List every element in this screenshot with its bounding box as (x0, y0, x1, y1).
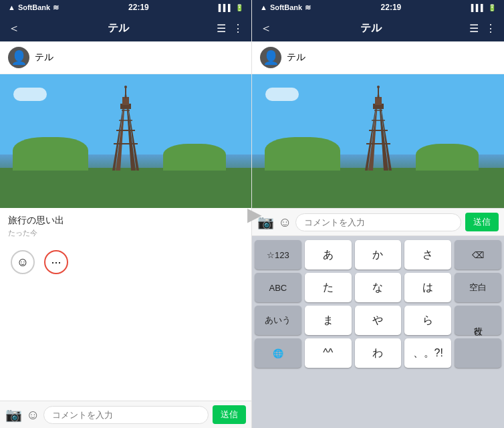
key-row-4: 🌐 ^^ わ 、。?! (255, 338, 501, 368)
key-ya[interactable]: や (355, 306, 402, 335)
trees-right-right (416, 144, 479, 171)
caption-area-left: 旅行の思い出 たった今 (0, 208, 251, 242)
more-icon-left[interactable]: ⋮ (233, 22, 243, 35)
time-left: 22:19 (128, 3, 149, 12)
trees-left (13, 137, 88, 171)
avatar-right (260, 47, 281, 68)
eiffel-tower-left (106, 84, 146, 171)
carrier-right: SoftBank (270, 3, 302, 11)
keyboard-area: ☆123 あ か さ ⌫ ABC た な は 空白 あいう ま や ら 改行 🌐… (252, 236, 504, 428)
menu-icon-left[interactable]: ☰ (217, 22, 226, 35)
key-row-3: あいう ま や ら 改行 (255, 306, 501, 335)
key-ka[interactable]: か (355, 240, 402, 270)
user-name-left: テル (35, 51, 53, 64)
signal-icon-right: ▲ (260, 3, 267, 11)
delete-key[interactable]: ⌫ (455, 240, 501, 270)
signal-bars-icon: ▌▌▌ (219, 4, 233, 11)
key-ta[interactable]: た (305, 273, 352, 302)
key-sa[interactable]: さ (404, 240, 451, 270)
time-right: 22:19 (381, 3, 402, 12)
space-key[interactable]: 空白 (455, 273, 501, 302)
grass-bg-right (252, 168, 504, 208)
comment-input-left[interactable] (43, 406, 209, 424)
trees-right (163, 144, 226, 171)
camera-icon-left[interactable]: 📷 (5, 407, 22, 423)
photo-area-right (252, 74, 504, 208)
key-abc[interactable]: ABC (255, 273, 301, 302)
battery-icon: 🔋 (235, 4, 243, 11)
key-row-1: ☆123 あ か さ ⌫ (255, 240, 501, 270)
svg-point-11 (124, 86, 127, 88)
key-empty[interactable] (455, 338, 501, 368)
send-button-left[interactable]: 送信 (213, 405, 246, 424)
nav-bar-left: ＜ テル ☰ ⋮ (0, 15, 251, 41)
carrier-left: SoftBank (18, 3, 50, 11)
key-na[interactable]: な (355, 273, 402, 302)
cloud-right (265, 88, 299, 101)
key-ha[interactable]: は (404, 273, 451, 302)
key-row-2: ABC た な は 空白 (255, 273, 501, 302)
emoji-input-icon-right[interactable]: ☺ (278, 215, 291, 230)
photo-area-left (0, 74, 251, 208)
arrow-divider: ▶ (247, 203, 262, 225)
emoji-input-icon-left[interactable]: ☺ (26, 407, 39, 423)
return-key[interactable]: 改行 (455, 306, 501, 335)
wifi-icon-right: ≋ (305, 3, 311, 12)
bubble-icon-left[interactable]: ··· (44, 250, 68, 274)
caption-time-left: たった今 (8, 228, 243, 238)
avatar-left (8, 47, 29, 68)
right-phone-panel: ▲ SoftBank ≋ 22:19 ▌▌▌ 🔋 ＜ テル ☰ ⋮ テル (252, 0, 504, 428)
status-bar-left-info: ▲ SoftBank ≋ (8, 3, 59, 12)
eiffel-tower-right (358, 84, 398, 171)
signal-icon: ▲ (8, 3, 15, 11)
nav-icons-left: ☰ ⋮ (217, 22, 243, 35)
smiley-icon-left[interactable]: ☺ (11, 250, 35, 274)
key-aiu[interactable]: あいう (255, 306, 301, 335)
nav-bar-right: ＜ テル ☰ ⋮ (252, 15, 504, 41)
user-name-right: テル (287, 51, 305, 64)
status-bar-right-info: ▌▌▌ 🔋 (219, 4, 243, 11)
comment-input-right[interactable] (295, 213, 461, 231)
emoji-icons-area: ☺ ··· (0, 242, 251, 282)
wifi-icon: ≋ (53, 3, 59, 12)
status-bar-left: ▲ SoftBank ≋ 22:19 ▌▌▌ 🔋 (0, 0, 251, 15)
left-phone-panel: ▲ SoftBank ≋ 22:19 ▌▌▌ 🔋 ＜ テル ☰ ⋮ テル (0, 0, 252, 428)
trees-left-right (265, 137, 340, 171)
menu-icon-right[interactable]: ☰ (469, 22, 479, 35)
key-wa[interactable]: わ (355, 338, 402, 368)
nav-icons-right: ☰ ⋮ (469, 22, 496, 35)
back-button-right[interactable]: ＜ (260, 20, 272, 36)
svg-point-23 (377, 86, 380, 88)
input-bar-left: 📷 ☺ 送信 (0, 401, 251, 428)
back-button-left[interactable]: ＜ (8, 20, 20, 36)
key-123[interactable]: ☆123 (255, 240, 301, 270)
caption-title-left: 旅行の思い出 (8, 215, 243, 227)
user-row-left: テル (0, 41, 251, 74)
nav-title-right: テル (360, 21, 382, 35)
input-bar-right: 📷 ☺ 送信 (252, 208, 504, 236)
key-punct[interactable]: 、。?! (404, 338, 451, 368)
status-bar-right: ▲ SoftBank ≋ 22:19 ▌▌▌ 🔋 (252, 0, 504, 15)
signal-bars-icon-right: ▌▌▌ (471, 4, 485, 11)
key-ra[interactable]: ら (404, 306, 451, 335)
key-ma[interactable]: ま (305, 306, 352, 335)
send-button-right[interactable]: 送信 (465, 213, 499, 231)
user-row-right: テル (252, 41, 504, 74)
nav-title-left: テル (108, 21, 129, 35)
more-icon-right[interactable]: ⋮ (485, 22, 496, 35)
status-bar-right-info: ▌▌▌ 🔋 (471, 4, 496, 11)
status-bar-right-left: ▲ SoftBank ≋ (260, 3, 311, 12)
cloud-left (13, 88, 47, 101)
key-globe[interactable]: 🌐 (255, 338, 301, 368)
battery-icon-right: 🔋 (488, 4, 496, 11)
grass-bg (0, 168, 251, 208)
key-a[interactable]: あ (305, 240, 352, 270)
key-caret[interactable]: ^^ (305, 338, 352, 368)
